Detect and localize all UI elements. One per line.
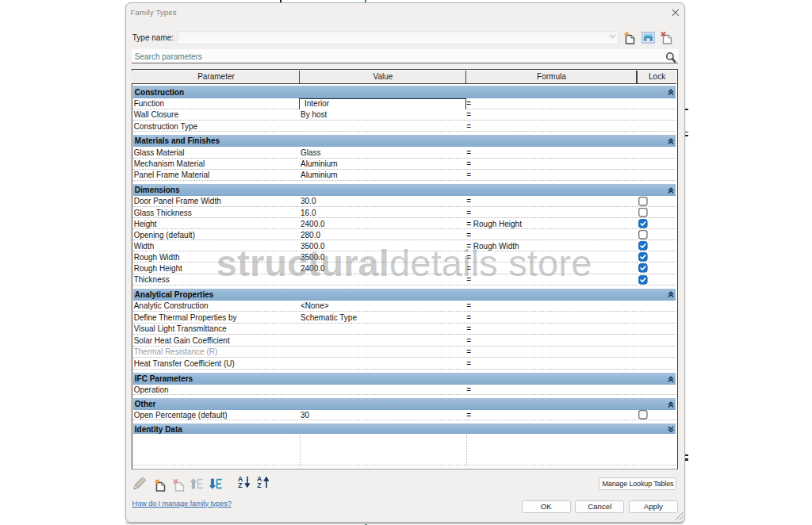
svg-text:Z: Z bbox=[238, 482, 242, 489]
svg-text:Z: Z bbox=[257, 482, 261, 489]
